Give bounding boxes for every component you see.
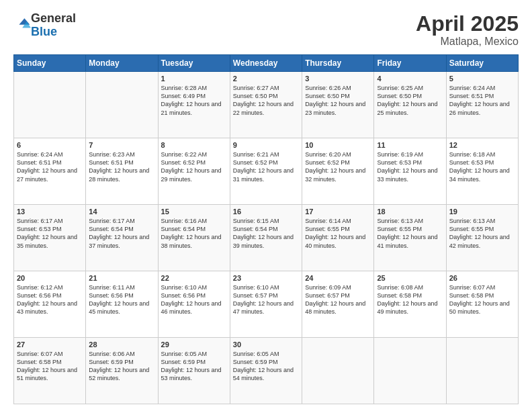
day-number: 30 — [233, 340, 299, 349]
calendar-cell: 7Sunrise: 6:23 AMSunset: 6:51 PMDaylight… — [86, 138, 158, 205]
calendar-cell: 15Sunrise: 6:16 AMSunset: 6:54 PMDayligh… — [158, 205, 230, 271]
day-number: 21 — [89, 274, 154, 282]
logo-icon — [15, 16, 31, 32]
calendar-cell: 22Sunrise: 6:10 AMSunset: 6:56 PMDayligh… — [158, 271, 230, 338]
calendar-cell: 23Sunrise: 6:10 AMSunset: 6:57 PMDayligh… — [230, 271, 302, 338]
calendar-cell: 12Sunrise: 6:18 AMSunset: 6:53 PMDayligh… — [446, 138, 518, 205]
day-info: Sunrise: 6:07 AMSunset: 6:58 PMDaylight:… — [449, 283, 515, 316]
day-info: Sunrise: 6:14 AMSunset: 6:55 PMDaylight:… — [305, 217, 371, 250]
calendar-cell: 4Sunrise: 6:25 AMSunset: 6:50 PMDaylight… — [374, 72, 446, 138]
calendar-cell: 14Sunrise: 6:17 AMSunset: 6:54 PMDayligh… — [86, 205, 158, 271]
day-number: 12 — [449, 141, 515, 149]
day-number: 15 — [161, 208, 227, 216]
calendar-week-1: 1Sunrise: 6:28 AMSunset: 6:49 PMDaylight… — [14, 72, 519, 138]
day-info: Sunrise: 6:10 AMSunset: 6:56 PMDaylight:… — [161, 283, 227, 316]
day-info: Sunrise: 6:06 AMSunset: 6:59 PMDaylight:… — [89, 350, 154, 383]
day-info: Sunrise: 6:05 AMSunset: 6:59 PMDaylight:… — [161, 350, 227, 383]
day-info: Sunrise: 6:13 AMSunset: 6:55 PMDaylight:… — [377, 217, 443, 250]
calendar-cell — [86, 72, 158, 138]
day-number: 18 — [377, 208, 443, 216]
calendar-cell: 29Sunrise: 6:05 AMSunset: 6:59 PMDayligh… — [158, 338, 230, 404]
day-info: Sunrise: 6:27 AMSunset: 6:50 PMDaylight:… — [233, 84, 299, 117]
day-number: 9 — [233, 141, 299, 149]
calendar-week-4: 20Sunrise: 6:12 AMSunset: 6:56 PMDayligh… — [14, 271, 519, 338]
day-number: 4 — [377, 75, 443, 83]
day-number: 2 — [233, 75, 299, 83]
calendar-cell: 3Sunrise: 6:26 AMSunset: 6:50 PMDaylight… — [302, 72, 374, 138]
calendar-location: Matlapa, Mexico — [416, 36, 519, 48]
day-number: 8 — [161, 141, 227, 149]
calendar-cell: 9Sunrise: 6:21 AMSunset: 6:52 PMDaylight… — [230, 138, 302, 205]
col-thursday: Thursday — [302, 55, 374, 72]
calendar-week-2: 6Sunrise: 6:24 AMSunset: 6:51 PMDaylight… — [14, 138, 519, 205]
day-number: 26 — [449, 274, 515, 282]
day-info: Sunrise: 6:22 AMSunset: 6:52 PMDaylight:… — [161, 150, 227, 183]
svg-marker-0 — [19, 18, 30, 25]
day-info: Sunrise: 6:07 AMSunset: 6:58 PMDaylight:… — [17, 350, 83, 383]
day-info: Sunrise: 6:24 AMSunset: 6:51 PMDaylight:… — [449, 84, 515, 117]
calendar-cell: 8Sunrise: 6:22 AMSunset: 6:52 PMDaylight… — [158, 138, 230, 205]
day-info: Sunrise: 6:05 AMSunset: 6:59 PMDaylight:… — [233, 350, 299, 383]
day-number: 28 — [89, 340, 154, 349]
col-tuesday: Tuesday — [158, 55, 230, 72]
calendar-cell: 5Sunrise: 6:24 AMSunset: 6:51 PMDaylight… — [446, 72, 518, 138]
col-friday: Friday — [374, 55, 446, 72]
page: General Blue April 2025 Matlapa, Mexico … — [0, 0, 532, 411]
calendar-cell: 28Sunrise: 6:06 AMSunset: 6:59 PMDayligh… — [86, 338, 158, 404]
logo: General Blue — [13, 12, 76, 39]
logo-blue-text: Blue — [31, 25, 57, 38]
day-number: 22 — [161, 274, 227, 282]
day-info: Sunrise: 6:17 AMSunset: 6:53 PMDaylight:… — [17, 217, 83, 250]
day-info: Sunrise: 6:26 AMSunset: 6:50 PMDaylight:… — [305, 84, 371, 117]
day-info: Sunrise: 6:10 AMSunset: 6:57 PMDaylight:… — [233, 283, 299, 316]
day-number: 17 — [305, 208, 371, 216]
calendar-cell — [446, 338, 518, 404]
day-info: Sunrise: 6:20 AMSunset: 6:52 PMDaylight:… — [305, 150, 371, 183]
day-number: 24 — [305, 274, 371, 282]
col-monday: Monday — [86, 55, 158, 72]
calendar-cell: 21Sunrise: 6:11 AMSunset: 6:56 PMDayligh… — [86, 271, 158, 338]
day-info: Sunrise: 6:15 AMSunset: 6:54 PMDaylight:… — [233, 217, 299, 250]
day-info: Sunrise: 6:21 AMSunset: 6:52 PMDaylight:… — [233, 150, 299, 183]
day-number: 29 — [161, 340, 227, 349]
day-number: 27 — [17, 340, 83, 349]
day-info: Sunrise: 6:23 AMSunset: 6:51 PMDaylight:… — [89, 150, 154, 183]
day-number: 23 — [233, 274, 299, 282]
calendar-cell: 11Sunrise: 6:19 AMSunset: 6:53 PMDayligh… — [374, 138, 446, 205]
day-number: 20 — [17, 274, 83, 282]
calendar-cell: 2Sunrise: 6:27 AMSunset: 6:50 PMDaylight… — [230, 72, 302, 138]
day-number: 11 — [377, 141, 443, 149]
day-header-row: Sunday Monday Tuesday Wednesday Thursday… — [14, 55, 519, 72]
calendar-cell — [302, 338, 374, 404]
day-info: Sunrise: 6:08 AMSunset: 6:58 PMDaylight:… — [377, 283, 443, 316]
calendar-cell: 18Sunrise: 6:13 AMSunset: 6:55 PMDayligh… — [374, 205, 446, 271]
calendar-cell: 1Sunrise: 6:28 AMSunset: 6:49 PMDaylight… — [158, 72, 230, 138]
day-number: 7 — [89, 141, 154, 149]
calendar-cell — [374, 338, 446, 404]
day-info: Sunrise: 6:09 AMSunset: 6:57 PMDaylight:… — [305, 283, 371, 316]
day-number: 16 — [233, 208, 299, 216]
calendar-week-5: 27Sunrise: 6:07 AMSunset: 6:58 PMDayligh… — [14, 338, 519, 404]
day-info: Sunrise: 6:24 AMSunset: 6:51 PMDaylight:… — [17, 150, 83, 183]
day-info: Sunrise: 6:25 AMSunset: 6:50 PMDaylight:… — [377, 84, 443, 117]
calendar-cell: 6Sunrise: 6:24 AMSunset: 6:51 PMDaylight… — [14, 138, 86, 205]
day-info: Sunrise: 6:11 AMSunset: 6:56 PMDaylight:… — [89, 283, 154, 316]
logo-general-text: General — [31, 11, 76, 25]
day-number: 3 — [305, 75, 371, 83]
day-info: Sunrise: 6:19 AMSunset: 6:53 PMDaylight:… — [377, 150, 443, 183]
day-number: 25 — [377, 274, 443, 282]
day-number: 1 — [161, 75, 227, 83]
day-info: Sunrise: 6:16 AMSunset: 6:54 PMDaylight:… — [161, 217, 227, 250]
day-number: 14 — [89, 208, 154, 216]
day-info: Sunrise: 6:12 AMSunset: 6:56 PMDaylight:… — [17, 283, 83, 316]
calendar-cell: 30Sunrise: 6:05 AMSunset: 6:59 PMDayligh… — [230, 338, 302, 404]
day-number: 19 — [449, 208, 515, 216]
calendar-cell: 16Sunrise: 6:15 AMSunset: 6:54 PMDayligh… — [230, 205, 302, 271]
calendar-table: Sunday Monday Tuesday Wednesday Thursday… — [13, 54, 519, 404]
calendar-cell: 25Sunrise: 6:08 AMSunset: 6:58 PMDayligh… — [374, 271, 446, 338]
calendar-cell: 13Sunrise: 6:17 AMSunset: 6:53 PMDayligh… — [14, 205, 86, 271]
calendar-week-3: 13Sunrise: 6:17 AMSunset: 6:53 PMDayligh… — [14, 205, 519, 271]
calendar-cell — [14, 72, 86, 138]
day-number: 10 — [305, 141, 371, 149]
calendar-cell: 27Sunrise: 6:07 AMSunset: 6:58 PMDayligh… — [14, 338, 86, 404]
